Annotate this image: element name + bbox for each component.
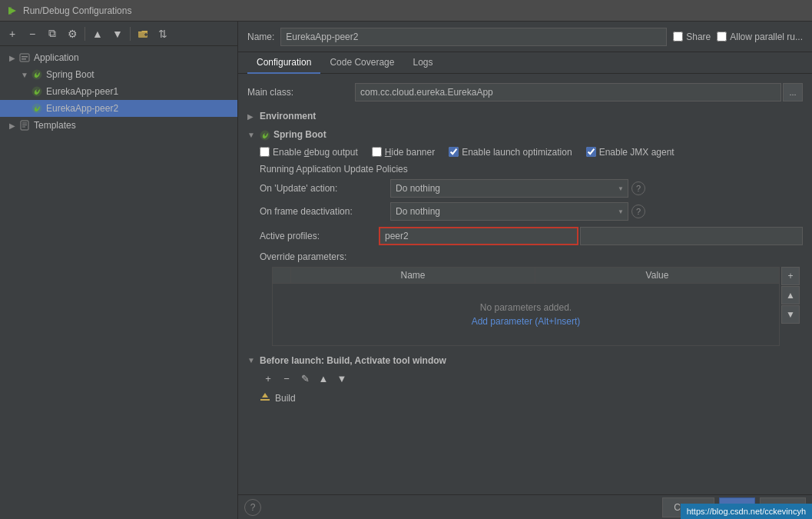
main-class-label: Main class: [247,87,355,98]
enable-launch-opt-checkbox[interactable] [449,147,459,157]
params-empty-text: No parameters added. [480,302,572,313]
svg-rect-7 [22,58,26,60]
spring-boot-section-header[interactable]: ▼ Spring Boot [247,129,803,141]
tree-arrow-springboot: ▼ [18,68,31,81]
tab-configuration[interactable]: Configuration [247,52,320,74]
templates-icon [18,119,31,131]
before-launch-up-button[interactable]: ▲ [315,371,332,388]
add-config-button[interactable]: + [3,25,22,43]
on-frame-help-button[interactable]: ? [631,205,645,218]
title-bar-text: Run/Debug Configurations [23,5,131,16]
tree-label-peer2: EurekaApp-peer2 [46,103,118,114]
environment-section-header[interactable]: ▶ Environment [247,108,803,125]
svg-rect-6 [22,56,28,58]
config-name-input[interactable] [280,28,667,46]
environment-title: Environment [260,111,316,121]
before-launch-remove-button[interactable]: − [278,371,295,388]
on-update-select[interactable]: Do nothing Update classes and resources … [390,179,628,198]
add-parameter-link[interactable]: Add parameter (Alt+Insert) [472,316,581,327]
share-group: Share [673,32,711,42]
svg-point-10 [32,104,41,113]
help-button[interactable]: ? [244,499,261,516]
spring-boot-arrow: ▼ [247,131,257,139]
peer2-icon [31,102,43,115]
svg-point-15 [260,131,270,140]
allow-parallel-checkbox[interactable] [717,32,727,42]
main-class-row: Main class: ... [247,83,803,101]
name-label: Name: [247,32,274,42]
tree-item-peer2[interactable]: EurekaApp-peer2 [0,100,237,117]
enable-debug-checkbox[interactable] [260,147,270,157]
before-launch-add-button[interactable]: + [260,371,277,388]
params-scroll-down-button[interactable]: ▼ [781,305,800,324]
before-launch-title: Before launch: Build, Activate tool wind… [260,355,446,366]
active-profiles-input[interactable] [379,227,578,245]
on-update-row: On 'Update' action: Do nothing Update cl… [247,179,803,198]
enable-jmx-checkbox[interactable] [586,147,596,157]
params-scroll-up-button[interactable]: ▲ [781,286,800,304]
enable-jmx-label: Enable JMX agent [599,147,674,158]
environment-arrow: ▶ [247,112,257,121]
svg-rect-16 [260,399,270,401]
move-up-button[interactable]: ▲ [88,25,107,43]
svg-point-8 [32,70,41,79]
move-down-button[interactable]: ▼ [108,25,127,43]
remove-config-button[interactable]: − [23,25,41,43]
tab-logs[interactable]: Logs [403,52,442,74]
on-frame-select-wrap: Do nothing Update classes and resources … [390,202,645,221]
before-launch-down-button[interactable]: ▼ [333,371,350,388]
running-policies-title: Running Application Update Policies [247,164,803,175]
tree-arrow-templates: ▶ [6,119,18,131]
copy-config-button[interactable]: ⧉ [43,25,61,43]
folder-button[interactable] [134,25,152,43]
params-add-button[interactable]: + [781,267,800,285]
config-content: Main class: ... ▶ Environment ▼ [238,74,812,494]
settings-button[interactable]: ⚙ [63,25,81,43]
tree-label-springboot: Spring Boot [46,69,94,80]
bottom-left: ? [244,499,261,516]
build-label: Build [275,393,296,404]
params-col-check [273,268,291,283]
tabs-bar: Configuration Code Coverage Logs [238,52,812,74]
sort-button[interactable]: ⇅ [154,25,172,43]
share-checkbox[interactable] [673,32,683,42]
left-panel: + − ⧉ ⚙ ▲ ▼ ⇅ ▶ [0,22,238,519]
on-frame-select[interactable]: Do nothing Update classes and resources … [390,202,628,221]
main-class-browse-button[interactable]: ... [783,83,803,101]
hide-banner-label: Hide banner [385,147,435,158]
toolbar-separator-1 [85,27,85,41]
before-launch-section: ▼ Before launch: Build, Activate tool wi… [247,355,803,407]
toolbar-separator-2 [130,27,131,41]
share-label: Share [686,32,711,42]
hide-banner-checkbox[interactable] [372,147,382,157]
before-launch-header[interactable]: ▼ Before launch: Build, Activate tool wi… [247,355,803,366]
params-table: Name Value No parameters added. Add para… [272,267,780,346]
params-table-container: Name Value No parameters added. Add para… [260,267,780,346]
on-update-select-wrap: Do nothing Update classes and resources … [390,179,645,198]
tree-item-peer1[interactable]: EurekaApp-peer1 [0,83,237,100]
svg-point-9 [32,87,41,96]
tree-item-springboot[interactable]: ▼ Spring Boot [0,66,237,83]
params-side-buttons: + ▲ ▼ [781,267,800,324]
active-profiles-extend-input[interactable] [580,227,803,245]
svg-rect-5 [20,54,29,62]
tree-item-application[interactable]: ▶ Application [0,49,237,66]
svg-marker-17 [262,393,268,398]
spring-boot-section-title: Spring Boot [273,129,326,140]
tree-item-templates[interactable]: ▶ Templates [0,117,237,134]
spring-checkboxes-row: Enable debug output Hide banner Enable l… [247,147,803,158]
on-update-select-wrapper: Do nothing Update classes and resources … [390,179,628,198]
spring-boot-section-icon [260,129,270,141]
tab-code-coverage[interactable]: Code Coverage [320,52,403,74]
main-class-input[interactable] [355,83,781,101]
build-icon [260,392,270,405]
on-update-label: On 'Update' action: [260,183,390,194]
right-panel: Name: Share Allow parallel ru... Configu… [238,22,812,519]
before-launch-edit-button[interactable]: ✎ [297,371,313,388]
on-update-help-button[interactable]: ? [631,181,645,195]
enable-debug-label: Enable debug output [273,147,358,158]
svg-rect-1 [9,7,12,15]
on-frame-row: On frame deactivation: Do nothing Update… [247,202,803,221]
tree-label-application: Application [34,52,79,63]
tree-label-peer1: EurekaApp-peer1 [46,86,118,97]
